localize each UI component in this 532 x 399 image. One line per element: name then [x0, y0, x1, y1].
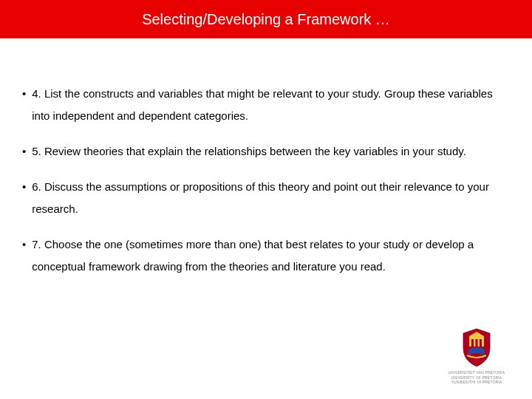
bullet-marker: • [22, 176, 26, 198]
list-item: • 5. Review theories that explain the re… [22, 140, 510, 163]
logo-text-line-3: YUNIBESITHI YA PRETORIA [443, 380, 510, 384]
logo-text-line-2: UNIVERSITY OF PRETORIA [443, 375, 510, 380]
bullet-marker: • [22, 140, 26, 163]
list-item: • 7. Choose the one (sometimes more than… [22, 233, 510, 278]
bullet-text: 4. List the constructs and variables tha… [32, 83, 510, 127]
bullet-text: 5. Review theories that explain the rela… [32, 140, 466, 163]
bullet-marker: • [22, 233, 26, 256]
slide-header: Selecting/Developing a Framework … [0, 0, 532, 38]
university-logo: UNIVERSITEIT VAN PRETORIA UNIVERSITY OF … [443, 327, 510, 384]
svg-rect-3 [480, 339, 482, 347]
svg-rect-1 [471, 339, 474, 347]
slide-title: Selecting/Developing a Framework … [142, 11, 390, 28]
svg-rect-2 [476, 339, 478, 347]
bullet-text: 6. Discuss the assumptions or propositio… [32, 176, 510, 220]
bullet-marker: • [22, 83, 26, 105]
slide-content: • 4. List the constructs and variables t… [0, 38, 532, 299]
crest-icon [458, 327, 495, 368]
bullet-text: 7. Choose the one (sometimes more than o… [32, 233, 510, 278]
list-item: • 6. Discuss the assumptions or proposit… [22, 176, 510, 220]
logo-text-line-1: UNIVERSITEIT VAN PRETORIA [443, 370, 510, 375]
list-item: • 4. List the constructs and variables t… [22, 83, 510, 127]
